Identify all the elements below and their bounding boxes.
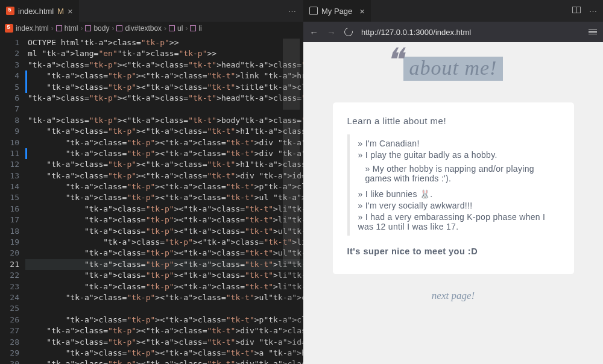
breadcrumb-item[interactable]: html — [65, 24, 78, 33]
code-content[interactable]: OCTYPE html"tk-a">class="tk-p">>ml "tk-a… — [25, 35, 303, 364]
preview-tab[interactable]: My Page × — [303, 0, 371, 22]
closing-text: It's super nice to meet you :D — [347, 246, 560, 256]
code-editor[interactable]: 1234567891011121314151617181920212223242… — [0, 35, 303, 364]
menu-icon[interactable] — [589, 28, 597, 36]
breadcrumbs[interactable]: index.html › html › body › div#textbox ›… — [0, 22, 303, 35]
editor-pane: index.html M × ⋯ index.html › html › bod… — [0, 0, 303, 364]
list-item: I had a very embarassing K-pop phase whe… — [358, 212, 560, 231]
preview-actions: ⋯ — [572, 7, 603, 16]
list-item: I'm very socially awkward!!! — [358, 201, 560, 210]
symbol-icon — [56, 25, 62, 31]
tab-modified-suffix: M — [57, 7, 64, 16]
tab-index-html[interactable]: index.html M × — [0, 0, 79, 22]
preview-tab-title: My Page — [321, 7, 352, 16]
split-editor-icon[interactable] — [572, 7, 581, 13]
preview-tabs: My Page × ⋯ — [303, 0, 603, 22]
chevron-right-icon: › — [112, 24, 114, 33]
about-card: Learn a little about me! I'm Canadian! I… — [333, 102, 574, 274]
preview-pane: My Page × ⋯ ← → http://127.0.0.1:3000/in… — [303, 0, 603, 364]
list-item: I'm Canadian! — [358, 139, 560, 148]
address-bar[interactable]: http://127.0.0.1:3000/index.html — [361, 28, 471, 37]
chevron-right-icon: › — [164, 24, 166, 33]
page-title: ❝ about me! — [403, 57, 504, 81]
refresh-button[interactable] — [343, 26, 354, 37]
tab-overflow-icon[interactable]: ⋯ — [288, 7, 303, 16]
close-icon[interactable]: × — [359, 7, 365, 16]
browser-toolbar: ← → http://127.0.0.1:3000/index.html — [303, 22, 603, 42]
minimap[interactable] — [280, 35, 303, 364]
breadcrumb-item[interactable]: index.html — [16, 24, 49, 33]
about-list: I'm Canadian! I play the guitar badly as… — [347, 134, 560, 236]
next-page-link[interactable]: next page! — [432, 290, 475, 302]
symbol-icon — [85, 25, 91, 31]
tab-filename: index.html — [18, 7, 54, 16]
overflow-icon[interactable]: ⋯ — [589, 7, 597, 16]
chevron-right-icon: › — [185, 24, 188, 33]
breadcrumb-item[interactable]: li — [198, 24, 201, 33]
symbol-icon — [169, 25, 175, 31]
card-intro: Learn a little about me! — [347, 116, 560, 126]
quote-glyph: ❝ — [385, 42, 403, 79]
back-button[interactable]: ← — [309, 27, 318, 37]
close-icon[interactable]: × — [68, 7, 73, 16]
symbol-icon — [116, 25, 122, 31]
line-gutter: 1234567891011121314151617181920212223242… — [0, 35, 25, 364]
html-icon — [5, 24, 13, 33]
chevron-right-icon: › — [51, 24, 54, 33]
rendered-page: ❝ about me! Learn a little about me! I'm… — [303, 42, 603, 364]
breadcrumb-item[interactable]: body — [93, 24, 109, 33]
forward-button[interactable]: → — [327, 27, 336, 37]
symbol-icon — [190, 25, 196, 31]
list-item: I like bunnies 🐰. — [358, 189, 560, 199]
breadcrumb-item[interactable]: ul — [177, 24, 183, 33]
editor-tabs: index.html M × ⋯ — [0, 0, 303, 22]
list-item: I play the guitar badly as a hobby. My o… — [358, 150, 560, 187]
preview-icon — [309, 7, 318, 15]
breadcrumb-item[interactable]: div#textbox — [125, 24, 162, 33]
page-title-text: about me! — [409, 57, 497, 79]
list-item: My other hobby is napping and/or playing… — [365, 164, 560, 183]
html-icon — [6, 7, 14, 15]
chevron-right-icon: › — [80, 24, 83, 33]
